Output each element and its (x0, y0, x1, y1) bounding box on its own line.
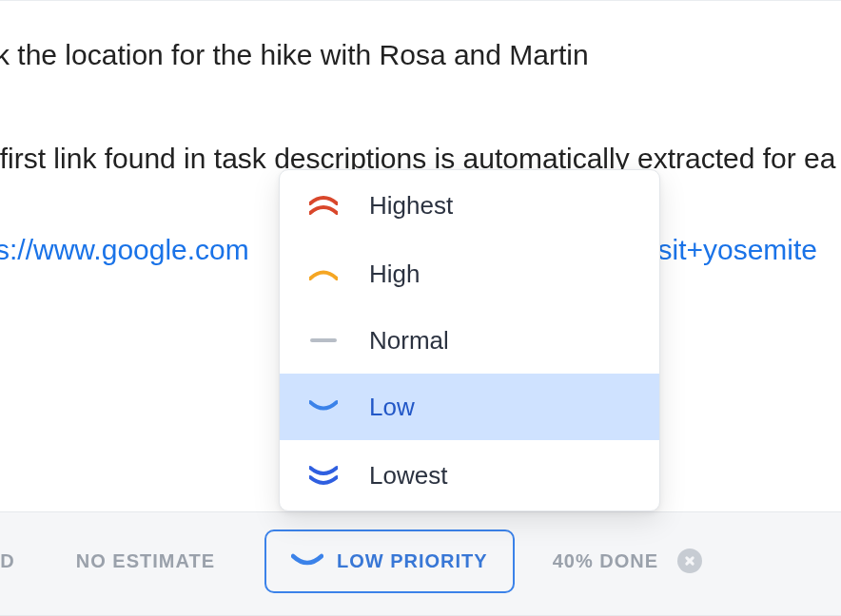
double-chevron-down-icon (306, 464, 341, 487)
footer-pill-truncated[interactable]: ED (0, 550, 15, 572)
chevron-up-icon (306, 266, 341, 281)
priority-option-normal[interactable]: Normal (280, 307, 659, 374)
clear-icon[interactable] (677, 549, 702, 573)
priority-dropdown[interactable]: Highest High Normal Low (279, 169, 660, 511)
double-chevron-up-icon (306, 194, 341, 217)
priority-option-label: Normal (369, 326, 633, 356)
priority-option-low[interactable]: Low (280, 374, 659, 440)
link-text-left[interactable]: tps://www.google.com (0, 234, 249, 266)
progress-label: 40% DONE (553, 550, 658, 572)
estimate-label: NO ESTIMATE (76, 550, 215, 572)
dash-icon (306, 338, 341, 342)
progress-button[interactable]: 40% DONE (553, 549, 702, 573)
priority-option-high[interactable]: High (280, 241, 659, 307)
priority-option-label: Lowest (369, 461, 633, 491)
estimate-button[interactable]: NO ESTIMATE (76, 550, 215, 572)
chevron-down-icon (291, 553, 323, 568)
link-text-right[interactable]: visit+yosemite (637, 234, 817, 266)
footer-pill-label: ED (0, 550, 15, 572)
priority-option-label: High (369, 260, 633, 289)
priority-button[interactable]: LOW PRIORITY (264, 529, 515, 593)
chevron-down-icon (306, 399, 341, 414)
priority-option-label: Highest (369, 191, 633, 221)
priority-button-label: LOW PRIORITY (337, 550, 488, 572)
priority-option-highest[interactable]: Highest (280, 170, 659, 241)
task-title: ck the location for the hike with Rosa a… (0, 39, 841, 71)
priority-option-label: Low (369, 393, 633, 422)
task-footer-toolbar: ED NO ESTIMATE LOW PRIORITY 40% DONE (0, 511, 841, 616)
priority-option-lowest[interactable]: Lowest (280, 440, 659, 510)
